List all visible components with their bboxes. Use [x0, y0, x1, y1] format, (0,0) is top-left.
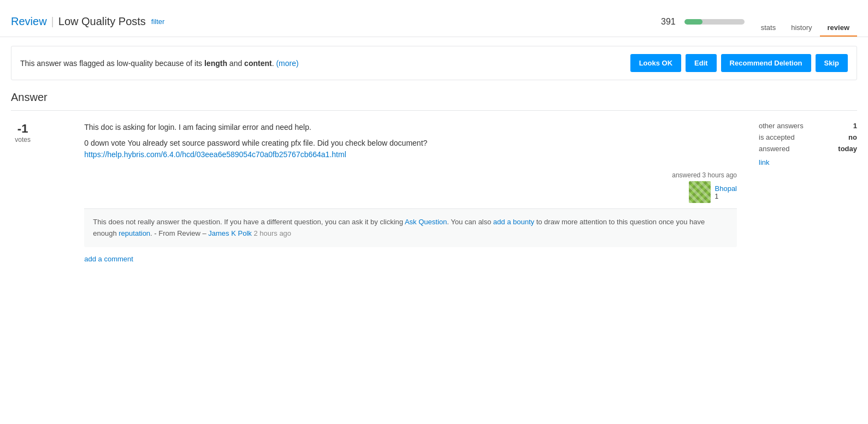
comment-author-link[interactable]: James K Polk [208, 229, 251, 237]
alert-text: This answer was flagged as low-quality b… [20, 59, 619, 68]
avatar [689, 181, 711, 203]
comment-middle: . You can also [447, 218, 493, 226]
header-left: Review | Low Quality Posts filter [11, 15, 661, 28]
answer-content: This doc is asking for login. I am facin… [84, 122, 737, 266]
header-tabs: stats history review [753, 7, 857, 37]
answered-label: answered [759, 145, 789, 153]
alert-suffix: . [272, 59, 274, 68]
edit-button[interactable]: Edit [686, 54, 717, 72]
user-card: Bhopal 1 [689, 181, 737, 203]
answer-vote-content: -1 votes This doc is asking for login. I… [11, 122, 737, 266]
answer-link[interactable]: https://help.hybris.com/6.4.0/hcd/03eea6… [84, 150, 346, 159]
alert-prefix: This answer was flagged as low-quality b… [20, 59, 204, 68]
tab-review[interactable]: review [820, 20, 857, 37]
more-link[interactable]: (more) [276, 59, 298, 68]
looks-ok-button[interactable]: Looks OK [630, 54, 681, 72]
vote-score: -1 [17, 122, 28, 136]
add-bounty-link[interactable]: add a bounty [493, 218, 534, 226]
main-content: This answer was flagged as low-quality b… [0, 37, 868, 275]
page-wrapper: Review | Low Quality Posts filter 391 st… [0, 0, 868, 275]
answered-time-text: answered 3 hours ago [672, 171, 737, 179]
other-answers-value: 1 [853, 122, 857, 130]
progress-bar [684, 19, 745, 25]
review-link[interactable]: Review [11, 15, 47, 28]
answered-value: today [838, 145, 857, 153]
answer-main: -1 votes This doc is asking for login. I… [11, 122, 737, 266]
comment-box: This does not really answer the question… [84, 208, 737, 247]
other-answers-label: other answers [759, 122, 804, 130]
header-right: 391 stats history review [661, 7, 857, 37]
ask-question-link[interactable]: Ask Question [405, 218, 447, 226]
user-info: Bhopal 1 [715, 184, 737, 200]
filter-link[interactable]: filter [151, 17, 165, 26]
vote-section: -1 votes [11, 122, 34, 266]
add-comment-link[interactable]: add a comment [84, 252, 133, 266]
alert-middle: and [227, 59, 244, 68]
skip-button[interactable]: Skip [816, 54, 848, 72]
alert-box: This answer was flagged as low-quality b… [11, 46, 857, 80]
vote-label: votes [15, 136, 31, 144]
answered-time: answered 3 hours ago Bhopal 1 [672, 171, 737, 203]
header: Review | Low Quality Posts filter 391 st… [0, 0, 868, 37]
is-accepted-value: no [848, 133, 857, 141]
answer-text-downvote: 0 down vote You already set source passw… [84, 139, 427, 147]
answer-section-title: Answer [11, 91, 857, 104]
is-accepted-label: is accepted [759, 133, 795, 141]
answer-text-line2: 0 down vote You already set source passw… [84, 138, 737, 160]
comment-suffix: . - From Review – [150, 229, 208, 237]
user-rep: 1 [715, 193, 737, 200]
tab-history[interactable]: history [783, 20, 819, 37]
review-count: 391 [661, 17, 676, 27]
comment-prefix: This does not really answer the question… [93, 218, 405, 226]
avatar-pattern [689, 181, 711, 203]
header-divider: | [51, 15, 54, 28]
answer-meta: answered 3 hours ago Bhopal 1 [84, 171, 737, 203]
side-row-other-answers: other answers 1 [759, 122, 857, 130]
section-divider [11, 110, 857, 111]
alert-bold2: content [244, 59, 272, 68]
alert-bold1: length [204, 59, 227, 68]
recommend-deletion-button[interactable]: Recommend Deletion [721, 54, 811, 72]
page-title: Low Quality Posts [58, 15, 146, 28]
side-row-is-accepted: is accepted no [759, 133, 857, 141]
alert-buttons: Looks OK Edit Recommend Deletion Skip [630, 54, 848, 72]
username[interactable]: Bhopal [715, 184, 737, 193]
comment-time: 2 hours ago [253, 229, 291, 237]
answer-text-line1: This doc is asking for login. I am facin… [84, 122, 737, 133]
answer-body-wrapper: -1 votes This doc is asking for login. I… [11, 122, 857, 266]
progress-bar-fill [684, 19, 702, 25]
side-row-answered: answered today [759, 145, 857, 153]
reputation-link[interactable]: reputation [119, 229, 150, 237]
answer-side: other answers 1 is accepted no answered … [759, 122, 857, 266]
side-link[interactable]: link [759, 158, 857, 166]
tab-stats[interactable]: stats [753, 20, 783, 37]
